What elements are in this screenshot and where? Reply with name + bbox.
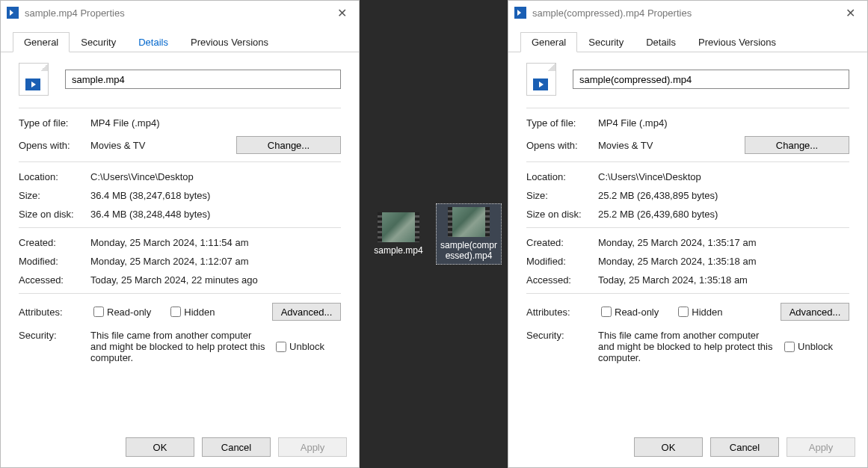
tab-security[interactable]: Security [577,32,635,52]
desktop-file-sample[interactable]: sample.mp4 [366,209,431,259]
tabstrip: General Security Details Previous Versio… [508,25,867,52]
label-accessed: Accessed: [19,274,90,286]
label-size: Size: [19,190,90,201]
titlebar[interactable]: sample(compressed).mp4 Properties ✕ [508,1,867,25]
video-thumbnail-icon [448,207,490,237]
label-accessed: Accessed: [526,274,598,286]
desktop-file-label: sample.mp4 [367,245,430,256]
checkbox-unblock[interactable]: Unblock [273,330,324,363]
video-thumbnail-icon [378,212,419,242]
value-size: 36.4 MB (38,247,618 bytes) [90,190,341,201]
checkbox-hidden[interactable]: Hidden [167,304,215,319]
label-location: Location: [526,171,598,182]
properties-window-left: sample.mp4 Properties ✕ General Security… [0,0,360,468]
label-opens-with: Opens with: [526,140,598,151]
value-size-on-disk: 36.4 MB (38,248,448 bytes) [90,209,341,220]
tab-security[interactable]: Security [70,32,127,52]
value-location: C:\Users\Vince\Desktop [598,171,849,182]
value-location: C:\Users\Vince\Desktop [90,171,341,182]
apply-button[interactable]: Apply [787,437,855,457]
divider [19,293,341,294]
label-modified: Modified: [526,256,598,267]
filename-input[interactable] [65,70,341,89]
label-created: Created: [526,237,598,248]
desktop-file-sample-compressed[interactable]: sample(compressed).mp4 [436,203,502,265]
checkbox-unblock[interactable]: Unblock [781,330,833,363]
apply-button[interactable]: Apply [278,437,347,457]
titlebar[interactable]: sample.mp4 Properties ✕ [1,1,359,25]
advanced-button[interactable]: Advanced... [272,303,341,321]
ok-button[interactable]: OK [126,437,194,457]
label-size-on-disk: Size on disk: [526,209,598,220]
value-size: 25.2 MB (26,438,895 bytes) [598,190,849,201]
value-opens-with: Movies & TV [598,140,745,151]
value-accessed: Today, 25 March 2024, 22 minutes ago [90,274,341,286]
value-size-on-disk: 25.2 MB (26,439,680 bytes) [598,209,849,220]
value-type-of-file: MP4 File (.mp4) [90,117,341,129]
tab-general[interactable]: General [13,32,70,52]
dialog-buttons: OK Cancel Apply [1,430,359,467]
value-created: Monday, 25 March 2024, 1:35:17 am [598,237,849,248]
tab-general[interactable]: General [520,32,577,52]
label-type-of-file: Type of file: [526,117,598,129]
divider [19,108,341,108]
value-modified: Monday, 25 March 2024, 1:35:18 am [598,256,849,267]
value-opens-with: Movies & TV [90,140,236,151]
tab-previous-versions[interactable]: Previous Versions [179,32,280,52]
divider [526,227,849,228]
label-opens-with: Opens with: [19,140,90,151]
dialog-buttons: OK Cancel Apply [508,430,867,467]
divider [19,227,341,228]
properties-window-right: sample(compressed).mp4 Properties ✕ Gene… [508,0,868,468]
advanced-button[interactable]: Advanced... [781,303,849,321]
file-type-icon [526,63,556,96]
tab-details[interactable]: Details [635,32,687,52]
label-attributes: Attributes: [19,307,90,318]
checkbox-read-only[interactable]: Read-only [598,304,659,319]
value-created: Monday, 25 March 2024, 1:11:54 am [90,237,341,248]
label-created: Created: [19,237,90,248]
label-security: Security: [526,330,598,363]
divider [526,161,849,162]
change-button[interactable]: Change... [745,136,849,154]
app-icon [514,7,526,19]
label-attributes: Attributes: [526,307,598,318]
label-type-of-file: Type of file: [19,117,90,129]
label-modified: Modified: [19,256,90,267]
divider [526,108,849,108]
cancel-button[interactable]: Cancel [710,437,779,457]
security-message: This file came from another computer and… [598,330,781,363]
divider [526,293,849,294]
file-type-icon [19,63,49,96]
window-title: sample.mp4 Properties [25,7,125,19]
filename-input[interactable] [573,70,849,89]
change-button[interactable]: Change... [236,136,341,154]
security-message: This file came from another computer and… [90,330,273,363]
tabstrip: General Security Details Previous Versio… [1,25,359,52]
properties-body: Type of file: MP4 File (.mp4) Opens with… [508,52,867,430]
checkbox-read-only[interactable]: Read-only [90,304,151,319]
label-size: Size: [526,190,598,201]
label-security: Security: [19,330,90,363]
label-size-on-disk: Size on disk: [19,209,90,220]
cancel-button[interactable]: Cancel [202,437,271,457]
label-location: Location: [19,171,90,182]
checkbox-hidden[interactable]: Hidden [675,304,722,319]
tab-details[interactable]: Details [127,32,179,52]
value-modified: Monday, 25 March 2024, 1:12:07 am [90,256,341,267]
desktop-file-label: sample(compressed).mp4 [438,240,499,261]
close-icon[interactable]: ✕ [840,6,861,20]
desktop-area: sample.mp4 sample(compressed).mp4 [360,0,508,468]
divider [19,161,341,162]
tab-previous-versions[interactable]: Previous Versions [687,32,787,52]
window-title: sample(compressed).mp4 Properties [532,7,692,19]
value-accessed: Today, 25 March 2024, 1:35:18 am [598,274,849,286]
app-icon [7,7,19,19]
value-type-of-file: MP4 File (.mp4) [598,117,849,129]
properties-body: Type of file: MP4 File (.mp4) Opens with… [1,52,359,430]
ok-button[interactable]: OK [634,437,703,457]
close-icon[interactable]: ✕ [331,6,353,20]
